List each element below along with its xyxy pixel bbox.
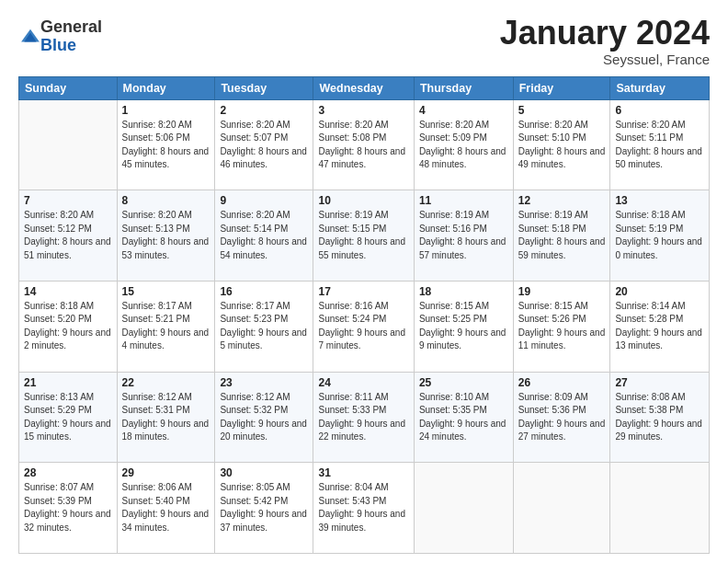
logo-blue-text: Blue xyxy=(40,36,76,54)
day-number: 11 xyxy=(419,194,508,207)
day-number: 5 xyxy=(518,104,606,117)
day-number: 26 xyxy=(518,376,606,389)
day-cell: 7Sunrise: 8:20 AMSunset: 5:12 PMDaylight… xyxy=(19,190,118,282)
day-cell: 28Sunrise: 8:07 AMSunset: 5:39 PMDayligh… xyxy=(19,463,118,554)
day-info: Sunrise: 8:20 AMSunset: 5:06 PMDaylight:… xyxy=(122,119,210,172)
day-info: Sunrise: 8:20 AMSunset: 5:07 PMDaylight:… xyxy=(220,119,308,172)
day-number: 7 xyxy=(24,194,112,207)
day-info: Sunrise: 8:12 AMSunset: 5:32 PMDaylight:… xyxy=(220,391,308,444)
day-cell: 20Sunrise: 8:14 AMSunset: 5:28 PMDayligh… xyxy=(610,281,710,372)
day-info: Sunrise: 8:06 AMSunset: 5:40 PMDaylight:… xyxy=(122,481,210,534)
calendar-header: Sunday Monday Tuesday Wednesday Thursday… xyxy=(19,76,710,99)
day-cell: 24Sunrise: 8:11 AMSunset: 5:33 PMDayligh… xyxy=(313,372,414,463)
day-info: Sunrise: 8:16 AMSunset: 5:24 PMDaylight:… xyxy=(318,300,408,353)
day-info: Sunrise: 8:12 AMSunset: 5:31 PMDaylight:… xyxy=(122,391,210,444)
day-number: 2 xyxy=(220,104,308,117)
day-cell: 10Sunrise: 8:19 AMSunset: 5:15 PMDayligh… xyxy=(313,190,414,282)
day-info: Sunrise: 8:20 AMSunset: 5:11 PMDaylight:… xyxy=(615,119,704,172)
day-info: Sunrise: 8:17 AMSunset: 5:23 PMDaylight:… xyxy=(220,300,308,353)
day-cell: 4Sunrise: 8:20 AMSunset: 5:09 PMDaylight… xyxy=(414,99,513,190)
day-info: Sunrise: 8:10 AMSunset: 5:35 PMDaylight:… xyxy=(419,391,508,444)
day-cell: 6Sunrise: 8:20 AMSunset: 5:11 PMDaylight… xyxy=(610,99,710,190)
day-info: Sunrise: 8:13 AMSunset: 5:29 PMDaylight:… xyxy=(24,391,112,444)
day-info: Sunrise: 8:15 AMSunset: 5:26 PMDaylight:… xyxy=(518,300,606,353)
day-cell: 16Sunrise: 8:17 AMSunset: 5:23 PMDayligh… xyxy=(215,281,313,372)
calendar-body: 1Sunrise: 8:20 AMSunset: 5:06 PMDaylight… xyxy=(19,99,710,553)
day-number: 28 xyxy=(24,466,112,479)
day-cell: 17Sunrise: 8:16 AMSunset: 5:24 PMDayligh… xyxy=(313,281,414,372)
day-info: Sunrise: 8:20 AMSunset: 5:12 PMDaylight:… xyxy=(24,209,112,262)
day-cell: 15Sunrise: 8:17 AMSunset: 5:21 PMDayligh… xyxy=(117,281,215,372)
day-info: Sunrise: 8:18 AMSunset: 5:20 PMDaylight:… xyxy=(24,300,112,353)
day-cell: 11Sunrise: 8:19 AMSunset: 5:16 PMDayligh… xyxy=(414,190,513,282)
day-cell xyxy=(414,463,513,554)
day-cell: 22Sunrise: 8:12 AMSunset: 5:31 PMDayligh… xyxy=(117,372,215,463)
day-cell: 31Sunrise: 8:04 AMSunset: 5:43 PMDayligh… xyxy=(313,463,414,554)
title-block: January 2024 Seyssuel, France xyxy=(500,15,710,67)
day-cell xyxy=(513,463,610,554)
day-cell: 5Sunrise: 8:20 AMSunset: 5:10 PMDaylight… xyxy=(513,99,610,190)
day-info: Sunrise: 8:11 AMSunset: 5:33 PMDaylight:… xyxy=(318,391,408,444)
day-info: Sunrise: 8:19 AMSunset: 5:16 PMDaylight:… xyxy=(419,209,508,262)
day-number: 10 xyxy=(318,194,408,207)
col-friday: Friday xyxy=(513,76,610,99)
logo: General Blue xyxy=(18,18,102,55)
col-thursday: Thursday xyxy=(414,76,513,99)
day-number: 16 xyxy=(220,285,308,298)
day-number: 3 xyxy=(318,104,408,117)
col-monday: Monday xyxy=(117,76,215,99)
day-number: 25 xyxy=(419,376,508,389)
day-info: Sunrise: 8:20 AMSunset: 5:10 PMDaylight:… xyxy=(518,119,606,172)
day-cell: 23Sunrise: 8:12 AMSunset: 5:32 PMDayligh… xyxy=(215,372,313,463)
day-info: Sunrise: 8:07 AMSunset: 5:39 PMDaylight:… xyxy=(24,481,112,534)
day-info: Sunrise: 8:08 AMSunset: 5:38 PMDaylight:… xyxy=(615,391,704,444)
day-cell: 30Sunrise: 8:05 AMSunset: 5:42 PMDayligh… xyxy=(215,463,313,554)
day-cell: 2Sunrise: 8:20 AMSunset: 5:07 PMDaylight… xyxy=(215,99,313,190)
day-info: Sunrise: 8:20 AMSunset: 5:09 PMDaylight:… xyxy=(419,119,508,172)
day-info: Sunrise: 8:19 AMSunset: 5:15 PMDaylight:… xyxy=(318,209,408,262)
day-cell: 27Sunrise: 8:08 AMSunset: 5:38 PMDayligh… xyxy=(610,372,710,463)
week-row-2: 14Sunrise: 8:18 AMSunset: 5:20 PMDayligh… xyxy=(19,281,710,372)
week-row-4: 28Sunrise: 8:07 AMSunset: 5:39 PMDayligh… xyxy=(19,463,710,554)
day-info: Sunrise: 8:09 AMSunset: 5:36 PMDaylight:… xyxy=(518,391,606,444)
day-number: 23 xyxy=(220,376,308,389)
day-number: 1 xyxy=(122,104,210,117)
col-tuesday: Tuesday xyxy=(215,76,313,99)
day-number: 20 xyxy=(615,285,704,298)
day-cell: 25Sunrise: 8:10 AMSunset: 5:35 PMDayligh… xyxy=(414,372,513,463)
col-wednesday: Wednesday xyxy=(313,76,414,99)
day-cell xyxy=(19,99,118,190)
day-number: 22 xyxy=(122,376,210,389)
day-number: 21 xyxy=(24,376,112,389)
day-cell: 21Sunrise: 8:13 AMSunset: 5:29 PMDayligh… xyxy=(19,372,118,463)
day-info: Sunrise: 8:04 AMSunset: 5:43 PMDaylight:… xyxy=(318,481,408,534)
day-cell: 18Sunrise: 8:15 AMSunset: 5:25 PMDayligh… xyxy=(414,281,513,372)
day-number: 9 xyxy=(220,194,308,207)
logo-general-text: General xyxy=(40,17,102,36)
location: Seyssuel, France xyxy=(500,52,710,67)
day-number: 8 xyxy=(122,194,210,207)
day-info: Sunrise: 8:17 AMSunset: 5:21 PMDaylight:… xyxy=(122,300,210,353)
week-row-0: 1Sunrise: 8:20 AMSunset: 5:06 PMDaylight… xyxy=(19,99,710,190)
header-row: Sunday Monday Tuesday Wednesday Thursday… xyxy=(19,76,710,99)
week-row-3: 21Sunrise: 8:13 AMSunset: 5:29 PMDayligh… xyxy=(19,372,710,463)
day-number: 13 xyxy=(615,194,704,207)
day-cell: 29Sunrise: 8:06 AMSunset: 5:40 PMDayligh… xyxy=(117,463,215,554)
day-info: Sunrise: 8:05 AMSunset: 5:42 PMDaylight:… xyxy=(220,481,308,534)
month-title: January 2024 xyxy=(500,15,710,52)
day-number: 18 xyxy=(419,285,508,298)
day-info: Sunrise: 8:15 AMSunset: 5:25 PMDaylight:… xyxy=(419,300,508,353)
col-sunday: Sunday xyxy=(19,76,118,99)
calendar: Sunday Monday Tuesday Wednesday Thursday… xyxy=(18,76,710,554)
day-number: 6 xyxy=(615,104,704,117)
day-cell: 8Sunrise: 8:20 AMSunset: 5:13 PMDaylight… xyxy=(117,190,215,282)
day-number: 27 xyxy=(615,376,704,389)
day-info: Sunrise: 8:20 AMSunset: 5:14 PMDaylight:… xyxy=(220,209,308,262)
day-number: 29 xyxy=(122,466,210,479)
day-number: 31 xyxy=(318,466,408,479)
day-cell: 12Sunrise: 8:19 AMSunset: 5:18 PMDayligh… xyxy=(513,190,610,282)
day-number: 12 xyxy=(518,194,606,207)
col-saturday: Saturday xyxy=(610,76,710,99)
day-number: 24 xyxy=(318,376,408,389)
day-number: 4 xyxy=(419,104,508,117)
